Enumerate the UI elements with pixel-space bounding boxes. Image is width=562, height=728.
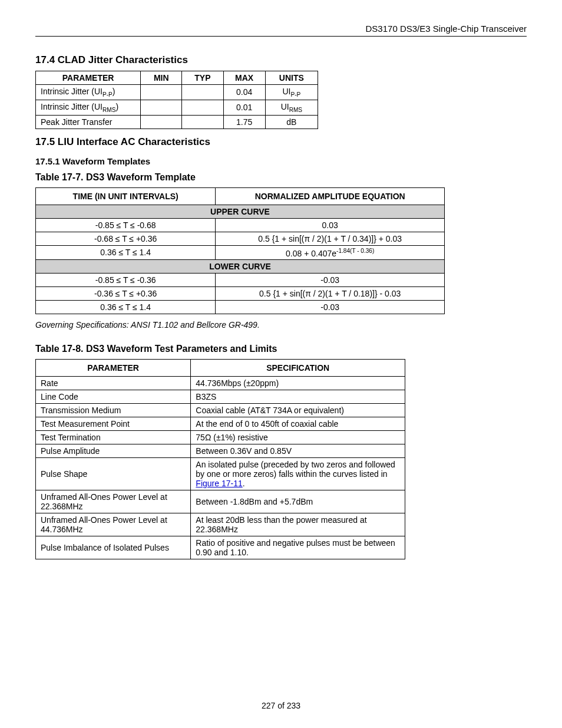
th-typ: TYP (182, 71, 223, 85)
cell-specification: 44.736Mbps (±20ppm) (191, 377, 405, 390)
cell-typ (182, 115, 223, 129)
cell-units: dB (265, 115, 318, 129)
page-header: DS3170 DS3/E3 Single-Chip Transceiver (35, 24, 527, 37)
table-row: Transmission MediumCoaxial cable (AT&T 7… (36, 404, 405, 417)
cell-specification: Coaxial cable (AT&T 734A or equivalent) (191, 404, 405, 417)
th-max: MAX (223, 71, 265, 85)
cell-parameter: Test Measurement Point (36, 417, 191, 431)
table-row: Peak Jitter Transfer1.75dB (36, 115, 318, 129)
cell-typ (182, 100, 223, 115)
cell-max: 0.01 (223, 100, 265, 115)
cell-equation: 0.03 (216, 218, 445, 232)
table-row: Pulse ShapeAn isolated pulse (preceded b… (36, 458, 405, 490)
cell-min (141, 85, 182, 100)
table-row: -0.36 ≤ T ≤ +0.360.5 {1 + sin[(π / 2)(1 … (36, 287, 445, 301)
cell-typ (182, 85, 223, 100)
table-row: 0.36 ≤ T ≤ 1.40.08 + 0.407e-1.84(T - 0.3… (36, 245, 445, 260)
cell-time: -0.85 ≤ T ≤ -0.68 (36, 218, 216, 232)
cell-parameter: Rate (36, 377, 191, 390)
table-row: Pulse AmplitudeBetween 0.36V and 0.85V (36, 444, 405, 458)
cell-time: -0.68 ≤ T ≤ +0.36 (36, 232, 216, 245)
cell-time: -0.36 ≤ T ≤ +0.36 (36, 287, 216, 301)
th-time: TIME (IN UNIT INTERVALS) (36, 187, 216, 205)
banner-cell: LOWER CURVE (36, 260, 445, 274)
table-row: Line CodeB3ZS (36, 390, 405, 404)
section-17-4-title: 17.4 CLAD Jitter Characteristics (35, 54, 527, 66)
cell-equation: -0.03 (216, 301, 445, 314)
cell-units: UIP-P (265, 85, 318, 100)
cell-specification: B3ZS (191, 390, 405, 404)
th-min: MIN (141, 71, 182, 85)
cell-max: 0.04 (223, 85, 265, 100)
cell-parameter: Intrinsic Jitter (UIP-P) (36, 85, 141, 100)
table-row: 0.36 ≤ T ≤ 1.4-0.03 (36, 301, 445, 314)
cell-parameter: Transmission Medium (36, 404, 191, 417)
cell-equation: 0.5 {1 + sin[(π / 2)(1 + T / 0.34)]} + 0… (216, 232, 445, 245)
table-row: Unframed All-Ones Power Level at 22.368M… (36, 490, 405, 513)
th-specification: SPECIFICATION (191, 360, 405, 377)
cell-specification: At least 20dB less than the power measur… (191, 513, 405, 536)
cell-time: 0.36 ≤ T ≤ 1.4 (36, 245, 216, 260)
cell-equation: 0.5 {1 + sin[(π / 2)(1 + T / 0.18)]} - 0… (216, 287, 445, 301)
table-row: Unframed All-Ones Power Level at 44.736M… (36, 513, 405, 536)
cell-parameter: Intrinsic Jitter (UIRMS) (36, 100, 141, 115)
table-row: -0.85 ≤ T ≤ -0.36-0.03 (36, 274, 445, 287)
table-17-7-title: Table 17-7. DS3 Waveform Template (35, 172, 527, 183)
cell-max: 1.75 (223, 115, 265, 129)
cell-parameter: Unframed All-Ones Power Level at 44.736M… (36, 513, 191, 536)
cell-specification: At the end of 0 to 450ft of coaxial cabl… (191, 417, 405, 431)
th-units: UNITS (265, 71, 318, 85)
cell-min (141, 115, 182, 129)
table-17-8-title: Table 17-8. DS3 Waveform Test Parameters… (35, 344, 527, 354)
cell-time: -0.85 ≤ T ≤ -0.36 (36, 274, 216, 287)
cell-specification: 75Ω (±1%) resistive (191, 431, 405, 444)
table-row: Rate44.736Mbps (±20ppm) (36, 377, 405, 390)
table-row: Test Measurement PointAt the end of 0 to… (36, 417, 405, 431)
table-row: Test Termination75Ω (±1%) resistive (36, 431, 405, 444)
cell-parameter: Pulse Amplitude (36, 444, 191, 458)
banner-cell: UPPER CURVE (36, 205, 445, 218)
cell-specification: An isolated pulse (preceded by two zeros… (191, 458, 405, 490)
cell-units: UIRMS (265, 100, 318, 115)
section-17-5-1-title: 17.5.1 Waveform Templates (35, 156, 527, 166)
table-row: -0.68 ≤ T ≤ +0.360.5 {1 + sin[(π / 2)(1 … (36, 232, 445, 245)
cell-parameter: Unframed All-Ones Power Level at 22.368M… (36, 490, 191, 513)
th-parameter: PARAMETER (36, 71, 141, 85)
table-17-8-ds3-waveform-params: PARAMETER SPECIFICATION Rate44.736Mbps (… (35, 359, 405, 559)
section-17-5-title: 17.5 LIU Interface AC Characteristics (35, 136, 527, 148)
cell-specification: Between -1.8dBm and +5.7dBm (191, 490, 405, 513)
table-row: Intrinsic Jitter (UIRMS)0.01UIRMS (36, 100, 318, 115)
table-banner-row: UPPER CURVE (36, 205, 445, 218)
table-row: -0.85 ≤ T ≤ -0.680.03 (36, 218, 445, 232)
page-footer: 227 of 233 (35, 701, 527, 710)
table-banner-row: LOWER CURVE (36, 260, 445, 274)
table-17-4-clad-jitter: PARAMETER MIN TYP MAX UNITS Intrinsic Ji… (35, 71, 318, 129)
table-17-7-note: Governing Specifications: ANSI T1.102 an… (35, 320, 527, 330)
th-parameter2: PARAMETER (36, 360, 191, 377)
cell-specification: Ratio of positive and negative pulses mu… (191, 536, 405, 559)
cell-parameter: Peak Jitter Transfer (36, 115, 141, 129)
cell-parameter: Line Code (36, 390, 191, 404)
cell-min (141, 100, 182, 115)
table-row: Intrinsic Jitter (UIP-P)0.04UIP-P (36, 85, 318, 100)
cell-equation: 0.08 + 0.407e-1.84(T - 0.36) (216, 245, 445, 260)
cell-parameter: Pulse Shape (36, 458, 191, 490)
cell-parameter: Test Termination (36, 431, 191, 444)
table-row: Pulse Imbalance of Isolated PulsesRatio … (36, 536, 405, 559)
cell-parameter: Pulse Imbalance of Isolated Pulses (36, 536, 191, 559)
table-17-7-ds3-waveform-template: TIME (IN UNIT INTERVALS) NORMALIZED AMPL… (35, 187, 445, 315)
cell-time: 0.36 ≤ T ≤ 1.4 (36, 301, 216, 314)
cell-specification: Between 0.36V and 0.85V (191, 444, 405, 458)
cell-equation: -0.03 (216, 274, 445, 287)
th-norm-amp: NORMALIZED AMPLITUDE EQUATION (216, 187, 445, 205)
